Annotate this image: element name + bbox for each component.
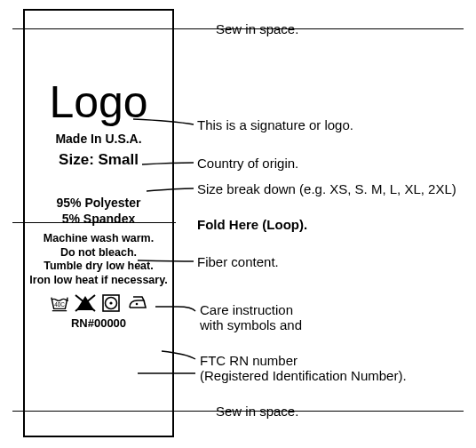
annot-sew-top: Sew in space.: [216, 21, 298, 36]
annot-origin: Country of origin.: [197, 156, 298, 171]
annot-logo: This is a signature or logo.: [197, 117, 353, 132]
annot-rn: FTC RN number (Registered Identification…: [200, 353, 407, 383]
annot-rn-l2: (Registered Identification Number).: [200, 368, 407, 383]
annot-fold: Fold Here (Loop).: [197, 217, 307, 232]
annot-care: Care instruction with symbols and: [200, 302, 302, 332]
annot-fiber: Fiber content.: [197, 254, 279, 269]
annot-size: Size break down (e.g. XS, S. M, L, XL, 2…: [197, 181, 456, 196]
annot-care-l1: Care instruction: [200, 302, 302, 317]
annot-care-l2: with symbols and: [200, 317, 302, 332]
annot-sew-bot: Sew in space.: [216, 404, 298, 419]
annot-rn-l1: FTC RN number: [200, 353, 407, 368]
